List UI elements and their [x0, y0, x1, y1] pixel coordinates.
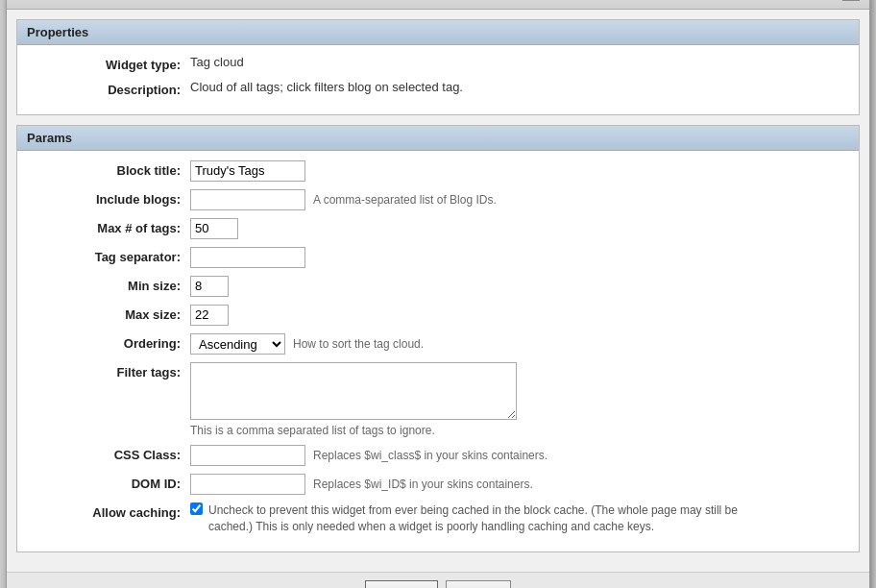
- block-title-row: Block title:: [36, 160, 840, 182]
- include-blogs-label: Include blogs:: [36, 189, 190, 207]
- ordering-value: Ascending Descending Random How to sort …: [190, 333, 840, 355]
- description-value: Cloud of all tags; click filters blog on…: [190, 80, 840, 94]
- close-button[interactable]: X: [842, 0, 860, 1]
- dom-id-hint: Replaces $wi_ID$ in your skins container…: [313, 478, 533, 491]
- max-tags-row: Max # of tags:: [36, 218, 840, 239]
- description-label: Description:: [36, 80, 190, 97]
- max-tags-input[interactable]: [190, 218, 238, 239]
- max-tags-value: [190, 218, 840, 239]
- include-blogs-row: Include blogs: A comma-separated list of…: [36, 189, 840, 210]
- filter-tags-value: This is a comma separated list of tags t…: [190, 362, 840, 437]
- allow-caching-text: Uncheck to prevent this widget from ever…: [208, 502, 766, 535]
- allow-caching-value: Uncheck to prevent this widget from ever…: [190, 502, 840, 535]
- tag-separator-row: Tag separator:: [36, 247, 840, 268]
- css-class-input[interactable]: [190, 445, 305, 466]
- widget-type-text: Tag cloud: [190, 55, 244, 69]
- dialog-titlebar: Edit widget Tag cloud in Sidebar X: [7, 0, 869, 10]
- params-content: Block title: Include blogs: A comma-sepa…: [17, 151, 859, 552]
- min-size-label: Min size:: [36, 276, 190, 293]
- ordering-select[interactable]: Ascending Descending Random: [190, 333, 285, 355]
- params-header: Params: [17, 126, 859, 151]
- ordering-label: Ordering:: [36, 333, 190, 351]
- widget-type-label: Widget type:: [36, 55, 190, 72]
- widget-type-row: Widget type: Tag cloud: [36, 55, 840, 72]
- max-size-input[interactable]: [190, 305, 229, 326]
- css-class-row: CSS Class: Replaces $wi_class$ in your s…: [36, 445, 840, 466]
- dialog-body: Properties Widget type: Tag cloud Descri…: [7, 10, 869, 573]
- properties-content: Widget type: Tag cloud Description: Clou…: [17, 45, 859, 114]
- filter-tags-textarea[interactable]: [190, 362, 517, 420]
- max-size-label: Max size:: [36, 305, 190, 322]
- update-button[interactable]: Update: [365, 580, 438, 588]
- max-size-row: Max size:: [36, 305, 840, 326]
- filter-tags-row: Filter tags: This is a comma separated l…: [36, 362, 840, 437]
- include-blogs-hint: A comma-separated list of Blog IDs.: [313, 193, 497, 207]
- ordering-row: Ordering: Ascending Descending Random Ho…: [36, 333, 840, 355]
- allow-caching-label: Allow caching:: [36, 502, 190, 520]
- tag-separator-input[interactable]: [190, 247, 305, 268]
- filter-tags-label: Filter tags:: [36, 362, 190, 380]
- include-blogs-input[interactable]: [190, 189, 305, 210]
- tag-separator-label: Tag separator:: [36, 247, 190, 264]
- block-title-value: [190, 160, 840, 182]
- properties-section: Properties Widget type: Tag cloud Descri…: [16, 19, 860, 115]
- edit-widget-dialog: Edit widget Tag cloud in Sidebar X Prope…: [6, 0, 870, 588]
- max-size-value: [190, 305, 840, 326]
- css-class-hint: Replaces $wi_class$ in your skins contai…: [313, 449, 548, 462]
- allow-caching-checkbox[interactable]: [190, 502, 203, 515]
- dom-id-label: DOM ID:: [36, 474, 190, 491]
- block-title-label: Block title:: [36, 160, 190, 178]
- min-size-input[interactable]: [190, 276, 229, 297]
- allow-caching-row: Allow caching: Uncheck to prevent this w…: [36, 502, 840, 535]
- tag-separator-value: [190, 247, 840, 268]
- params-section: Params Block title: Include blogs: A com…: [16, 125, 860, 553]
- include-blogs-value: A comma-separated list of Blog IDs.: [190, 189, 840, 210]
- widget-type-value: Tag cloud: [190, 55, 840, 69]
- ordering-hint: How to sort the tag cloud.: [293, 337, 424, 351]
- properties-header: Properties: [17, 20, 859, 45]
- description-row: Description: Cloud of all tags; click fi…: [36, 80, 840, 97]
- max-tags-label: Max # of tags:: [36, 218, 190, 235]
- min-size-row: Min size:: [36, 276, 840, 297]
- css-class-value: Replaces $wi_class$ in your skins contai…: [190, 445, 840, 466]
- css-class-label: CSS Class:: [36, 445, 190, 462]
- dom-id-value: Replaces $wi_ID$ in your skins container…: [190, 474, 840, 495]
- description-text: Cloud of all tags; click filters blog on…: [190, 80, 463, 94]
- dialog-footer: Update Reset: [7, 572, 869, 588]
- dom-id-row: DOM ID: Replaces $wi_ID$ in your skins c…: [36, 474, 840, 495]
- min-size-value: [190, 276, 840, 297]
- reset-button[interactable]: Reset: [446, 580, 511, 588]
- block-title-input[interactable]: [190, 160, 305, 182]
- filter-tags-hint: This is a comma separated list of tags t…: [190, 424, 435, 437]
- dom-id-input[interactable]: [190, 474, 305, 495]
- allow-caching-checkbox-row: Uncheck to prevent this widget from ever…: [190, 502, 766, 535]
